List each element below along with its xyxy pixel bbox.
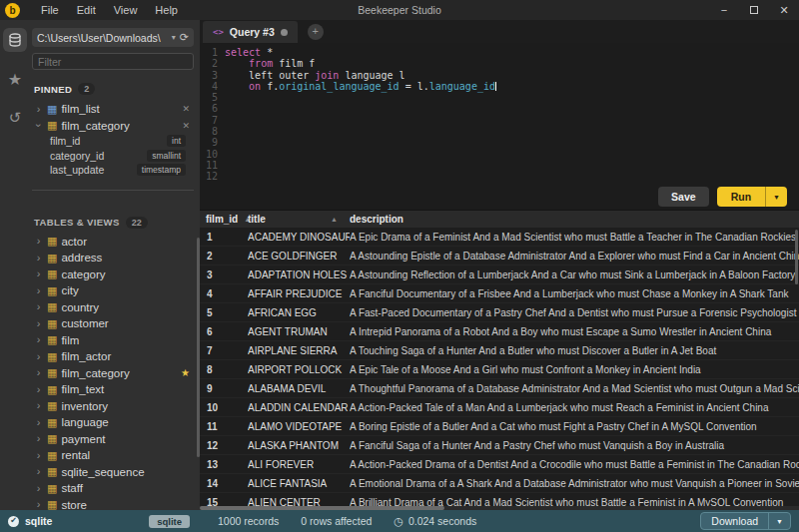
menu-edit[interactable]: Edit bbox=[68, 0, 105, 20]
chevron-right-icon[interactable]: › bbox=[34, 236, 43, 247]
sidebar-item-staff[interactable]: ›▦staff bbox=[32, 480, 194, 497]
table-row[interactable]: 13ALI FOREVERA Action-Packed Drama of a … bbox=[200, 455, 799, 474]
maximize-icon[interactable] bbox=[739, 0, 769, 20]
sidebar-item-actor[interactable]: ›▦actor bbox=[32, 234, 194, 251]
code-token: original_language_id bbox=[279, 81, 399, 92]
chevron-right-icon[interactable]: › bbox=[34, 450, 43, 461]
table-row[interactable]: 5AFRICAN EGGA Fast-Paced Documentary of … bbox=[200, 303, 799, 322]
chevron-right-icon[interactable]: › bbox=[34, 104, 43, 115]
table-icon: ▦ bbox=[47, 499, 57, 510]
table-icon: ▦ bbox=[47, 253, 57, 264]
run-button[interactable]: Run bbox=[717, 187, 765, 207]
sidebar-item-film_text[interactable]: ›▦film_text bbox=[32, 381, 194, 398]
sidebar-item-sqlite_sequence[interactable]: ›▦sqlite_sequence bbox=[32, 464, 194, 481]
unpin-icon[interactable]: ✕ bbox=[182, 121, 190, 131]
table-row[interactable]: 6AGENT TRUMANA Intrepid Panorama of a Ro… bbox=[200, 322, 799, 341]
field-row-film_id[interactable]: film_idint bbox=[32, 134, 194, 149]
line-number: 4 bbox=[200, 81, 218, 92]
chevron-right-icon[interactable]: › bbox=[34, 367, 43, 378]
chevron-right-icon[interactable]: › bbox=[34, 334, 43, 345]
pinned-star-icon[interactable]: ★ bbox=[181, 367, 190, 378]
database-icon[interactable] bbox=[3, 28, 27, 52]
sidebar-item-store[interactable]: ›▦store bbox=[32, 497, 194, 511]
chevron-right-icon[interactable]: › bbox=[34, 318, 43, 329]
new-tab-button[interactable]: + bbox=[308, 24, 324, 40]
sidebar-item-language[interactable]: ›▦language bbox=[32, 414, 194, 431]
chevron-right-icon[interactable]: › bbox=[34, 417, 43, 428]
sql-editor[interactable]: 123456789101112 select * from film f lef… bbox=[200, 43, 799, 184]
pinned-item-film-category[interactable]: › ▦ film_category ✕ bbox=[32, 118, 194, 135]
code-icon: <> bbox=[213, 27, 224, 37]
chevron-right-icon[interactable]: › bbox=[34, 351, 43, 362]
table-row[interactable]: 1ACADEMY DINOSAURA Epic Drama of a Femin… bbox=[200, 228, 799, 247]
pinned-item-film-list[interactable]: › ▦ film_list ✕ bbox=[32, 101, 194, 118]
download-caret-icon[interactable]: ▼ bbox=[768, 513, 790, 529]
column-header-title[interactable]: title ▲ bbox=[248, 214, 350, 225]
filter-input[interactable] bbox=[32, 53, 194, 70]
status-bar: ✔ sqlite sqlite 1000 records 0 rows affe… bbox=[0, 510, 799, 532]
code-token: on bbox=[249, 81, 261, 92]
sidebar-item-film_category[interactable]: ›▦film_category★ bbox=[32, 365, 194, 382]
history-icon[interactable]: ↺ bbox=[3, 106, 27, 130]
sidebar-item-rental[interactable]: ›▦rental bbox=[32, 447, 194, 464]
favorites-icon[interactable]: ★ bbox=[3, 67, 27, 91]
results-vertical-scrollbar[interactable] bbox=[795, 230, 798, 284]
table-row[interactable]: 3ADAPTATION HOLESA Astounding Reflection… bbox=[200, 266, 799, 284]
menu-help[interactable]: Help bbox=[146, 0, 187, 20]
field-row-last_update[interactable]: last_updatetimestamp bbox=[32, 163, 194, 178]
field-row-category_id[interactable]: category_idsmallint bbox=[32, 149, 194, 164]
results-horizontal-scrollbar[interactable] bbox=[200, 506, 444, 510]
chevron-right-icon[interactable]: › bbox=[34, 400, 43, 411]
table-row[interactable]: 4AFFAIR PREJUDICEA Fanciful Documentary … bbox=[200, 284, 799, 303]
sidebar-item-customer[interactable]: ›▦customer bbox=[32, 315, 194, 332]
minimize-icon[interactable]: − bbox=[709, 0, 739, 20]
save-button[interactable]: Save bbox=[658, 187, 709, 207]
chevron-right-icon[interactable]: › bbox=[34, 466, 43, 477]
table-row[interactable]: 12ALASKA PHANTOMA Fanciful Saga of a Hun… bbox=[200, 436, 799, 455]
sidebar-item-address[interactable]: ›▦address bbox=[32, 250, 194, 266]
sidebar-item-category[interactable]: ›▦category bbox=[32, 266, 194, 283]
table-row[interactable]: 2ACE GOLDFINGERA Astounding Epistle of a… bbox=[200, 247, 799, 266]
sql-code[interactable]: select * from film f left outer join lan… bbox=[218, 47, 496, 184]
chevron-right-icon[interactable]: › bbox=[34, 253, 43, 264]
table-icon: ▦ bbox=[47, 483, 57, 494]
chevron-right-icon[interactable]: › bbox=[34, 301, 43, 312]
chevron-right-icon[interactable]: › bbox=[34, 483, 43, 494]
code-token: language l bbox=[339, 70, 404, 81]
sidebar-item-inventory[interactable]: ›▦inventory bbox=[32, 398, 194, 415]
table-row[interactable]: 9ALABAMA DEVILA Thoughtful Panorama of a… bbox=[200, 379, 799, 398]
table-row[interactable]: 11ALAMO VIDEOTAPEA Boring Epistle of a B… bbox=[200, 417, 799, 436]
connection-dropdown[interactable]: C:\Users\User\Downloads\ ▾ ⟳ bbox=[32, 28, 194, 47]
column-header-description[interactable]: description bbox=[350, 214, 799, 225]
sidebar-item-film_actor[interactable]: ›▦film_actor bbox=[32, 348, 194, 365]
chevron-right-icon[interactable]: › bbox=[34, 384, 43, 395]
code-line: left outer join language l bbox=[225, 70, 496, 81]
chevron-right-icon[interactable]: › bbox=[34, 499, 43, 510]
chevron-expanded-icon[interactable]: › bbox=[33, 121, 44, 130]
cell-title: AIRPORT POLLOCK bbox=[248, 364, 350, 375]
table-row[interactable]: 10ALADDIN CALENDARA Action-Packed Tale o… bbox=[200, 398, 799, 417]
sidebar-item-country[interactable]: ›▦country bbox=[32, 299, 194, 316]
close-icon[interactable]: ✕ bbox=[769, 0, 799, 20]
download-button[interactable]: Download ▼ bbox=[700, 512, 791, 530]
refresh-icon[interactable]: ⟳ bbox=[180, 31, 189, 44]
code-token: = l. bbox=[400, 81, 429, 92]
menu-view[interactable]: View bbox=[105, 0, 147, 20]
sidebar-item-city[interactable]: ›▦city bbox=[32, 282, 194, 299]
unpin-icon[interactable]: ✕ bbox=[182, 104, 190, 114]
chevron-right-icon[interactable]: › bbox=[34, 433, 43, 444]
table-row[interactable]: 7AIRPLANE SIERRAA Touching Saga of a Hun… bbox=[200, 341, 799, 360]
tab-query-3[interactable]: <> Query #3 bbox=[203, 21, 298, 43]
cell-description: A Intrepid Panorama of a Robot And a Boy… bbox=[350, 326, 799, 337]
chevron-right-icon[interactable]: › bbox=[34, 268, 43, 279]
table-row[interactable]: 8AIRPORT POLLOCKA Epic Tale of a Moose A… bbox=[200, 360, 799, 379]
column-header-film-id[interactable]: film_id ▲ bbox=[200, 214, 248, 225]
sidebar-item-payment[interactable]: ›▦payment bbox=[32, 431, 194, 448]
menu-file[interactable]: File bbox=[32, 0, 68, 20]
sidebar-item-film[interactable]: ›▦film bbox=[32, 332, 194, 349]
run-options-caret[interactable]: ▼ bbox=[765, 187, 787, 207]
chevron-right-icon[interactable]: › bbox=[34, 285, 43, 296]
cell-film-id: 11 bbox=[200, 421, 248, 432]
cell-description: A Fanciful Documentary of a Frisbee And … bbox=[350, 288, 799, 299]
table-row[interactable]: 14ALICE FANTASIAA Emotional Drama of a A… bbox=[200, 474, 799, 493]
